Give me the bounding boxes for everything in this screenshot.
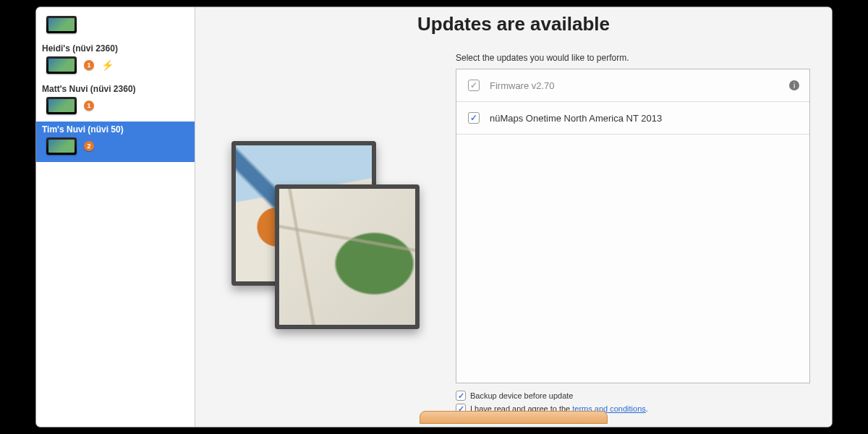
app-window: Heidi's (nüvi 2360) 1 ⚡ Matt's Nuvi (nüv…	[36, 7, 832, 427]
device-icon	[46, 97, 77, 114]
device-row: 1 ⚡	[42, 56, 189, 74]
map-card-front	[275, 184, 420, 329]
update-label: nüMaps Onetime North America NT 2013	[490, 113, 662, 124]
checkbox-icon[interactable]: ✓	[468, 112, 480, 124]
update-label: Firmware v2.70	[490, 80, 555, 91]
instruction-text: Select the updates you would like to per…	[456, 53, 810, 63]
content-row: Select the updates you would like to per…	[217, 53, 810, 417]
update-list: ✓ Firmware v2.70 i ✓ nüMaps Onetime Nort…	[456, 69, 810, 383]
backup-label: Backup device before update	[470, 391, 574, 400]
device-label: Tim's Nuvi (nüvi 50)	[42, 124, 189, 135]
terms-suffix: .	[646, 404, 648, 413]
device-icon	[46, 56, 77, 74]
device-icon	[46, 16, 77, 33]
device-item-heidi[interactable]: Heidi's (nüvi 2360) 1 ⚡	[36, 41, 195, 81]
checkbox-icon[interactable]: ✓	[456, 391, 466, 401]
update-count-badge: 1	[84, 60, 94, 70]
checkbox-icon[interactable]: ✓	[468, 80, 480, 91]
update-count-badge: 2	[84, 141, 94, 151]
device-label: Heidi's (nüvi 2360)	[42, 43, 189, 54]
device-item-matt[interactable]: Matt's Nuvi (nüvi 2360) 1	[36, 81, 195, 122]
continue-button[interactable]	[420, 411, 608, 424]
device-row: 1	[42, 97, 189, 114]
update-row-firmware[interactable]: ✓ Firmware v2.70 i	[456, 69, 809, 102]
main-panel: Updates are available Select the updates…	[195, 7, 832, 427]
info-icon[interactable]: i	[789, 80, 799, 90]
map-illustration	[217, 53, 434, 417]
device-row: 2	[42, 137, 189, 155]
device-sidebar: Heidi's (nüvi 2360) 1 ⚡ Matt's Nuvi (nüv…	[36, 7, 195, 427]
device-icon	[46, 137, 77, 155]
page-title: Updates are available	[417, 13, 610, 35]
device-row	[42, 16, 189, 33]
update-count-badge: 1	[84, 101, 94, 111]
device-item[interactable]	[36, 10, 195, 41]
updates-column: Select the updates you would like to per…	[456, 53, 810, 417]
backup-option-row[interactable]: ✓ Backup device before update	[456, 391, 810, 401]
device-label: Matt's Nuvi (nüvi 2360)	[42, 84, 189, 94]
update-row-maps[interactable]: ✓ nüMaps Onetime North America NT 2013	[456, 102, 809, 135]
device-item-tim[interactable]: Tim's Nuvi (nüvi 50) 2	[36, 122, 195, 162]
usb-plug-icon: ⚡	[101, 59, 114, 71]
